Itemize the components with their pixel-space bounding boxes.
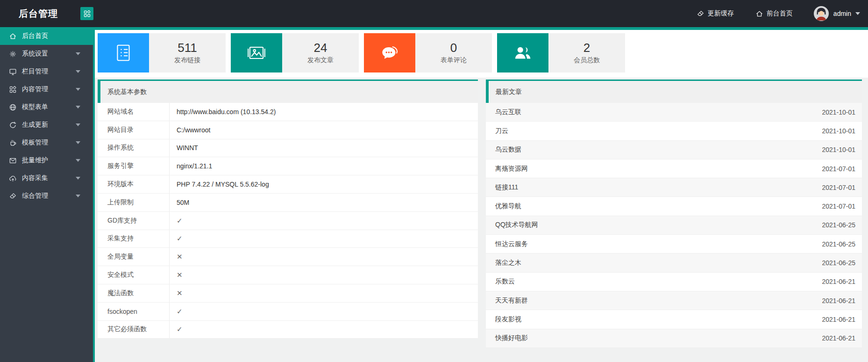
mail-icon (9, 157, 17, 165)
list-item[interactable]: 乐数云 2021-06-21 (486, 273, 862, 291)
stat-card-icon-box (364, 33, 415, 72)
system-params-panel: 系统基本参数 网站域名 http://www.baidu.com (10.13.… (98, 80, 478, 339)
list-item[interactable]: 落尘之木 2021-06-25 (486, 253, 862, 272)
eraser-icon (697, 10, 704, 18)
stat-label: 发布文章 (307, 56, 334, 65)
param-label: 上传限制 (98, 194, 170, 211)
article-date: 2021-06-21 (822, 278, 855, 285)
sidebar-item[interactable]: 综合管理 (0, 187, 93, 205)
sidebar-item[interactable]: 模型表单 (0, 98, 93, 116)
list-item[interactable]: 恒达云服务 2021-06-25 (486, 235, 862, 253)
article-title: 恒达云服务 (495, 240, 528, 248)
topbar-right: 更新缓存 前台首页 admin (675, 6, 868, 22)
list-item[interactable]: 乌云互联 2021-10-01 (486, 103, 862, 122)
param-value: ✕ (170, 289, 183, 297)
sidebar-item[interactable]: 栏目管理 (0, 63, 93, 80)
list-item[interactable]: 链接111 2021-07-01 (486, 178, 862, 197)
article-list: 乌云互联 2021-10-01 刀云 2021-10-01 乌云数据 2021-… (486, 103, 862, 348)
list-item[interactable]: 段友影视 2021-06-21 (486, 310, 862, 329)
sidebar-item[interactable]: 后台首页 (0, 27, 93, 45)
latest-articles-panel: 最新文章 乌云互联 2021-10-01 刀云 2021-10-01 乌云数据 … (486, 80, 862, 348)
article-date: 2021-06-21 (822, 297, 855, 304)
stat-card-icon-box (98, 33, 149, 72)
list-item[interactable]: 刀云 2021-10-01 (486, 122, 862, 140)
sidebar-item[interactable]: 内容采集 (0, 169, 93, 187)
param-value: WINNT (170, 144, 198, 152)
topbar-action-label: 更新缓存 (708, 9, 734, 18)
table-row: GD库支持 ✓ (98, 212, 478, 230)
article-date: 2021-06-21 (822, 334, 855, 342)
sidebar-item-label: 模板管理 (22, 138, 48, 147)
article-date: 2021-10-01 (822, 109, 855, 116)
sidebar-item-label: 综合管理 (22, 192, 48, 200)
stat-label: 会员总数 (574, 56, 600, 65)
article-title: 乌云互联 (495, 108, 521, 116)
sidebar-item-label: 系统设置 (22, 50, 48, 58)
users-icon (512, 42, 534, 64)
sidebar-item-label: 模型表单 (22, 103, 48, 111)
table-row: 全局变量 ✕ (98, 248, 478, 266)
system-params-table: 网站域名 http://www.baidu.com (10.13.54.2) 网… (98, 103, 478, 339)
stat-value: 2 (583, 41, 590, 55)
article-date: 2021-06-25 (822, 221, 855, 229)
article-title: 链接111 (495, 183, 518, 192)
caret-down-icon (76, 70, 80, 73)
list-item[interactable]: 优雅导航 2021-07-01 (486, 197, 862, 216)
sidebar-item[interactable]: 生成更新 (0, 116, 93, 134)
param-value: ✓ (170, 307, 183, 316)
param-value: http://www.baidu.com (10.13.54.2) (170, 108, 276, 116)
param-value: ✕ (170, 253, 183, 261)
param-value: nginx/1.21.1 (170, 162, 212, 170)
monitor-icon (9, 68, 17, 76)
list-item[interactable]: 快播好电影 2021-06-21 (486, 329, 862, 348)
sidebar-item[interactable]: 模板管理 (0, 134, 93, 152)
sidebar-item-label: 批量维护 (22, 156, 48, 165)
caret-down-icon (76, 123, 80, 126)
app-grid-button[interactable] (80, 7, 93, 20)
article-title: 段友影视 (495, 315, 521, 324)
article-title: 乐数云 (495, 277, 515, 286)
refresh-icon (9, 121, 17, 129)
system-params-title: 系统基本参数 (98, 81, 478, 103)
username: admin (833, 10, 851, 17)
globe-icon (9, 103, 17, 111)
stat-card[interactable]: 0 表单评论 (364, 33, 492, 72)
param-label: 全局变量 (98, 248, 170, 266)
table-row: 网站目录 C:/wwwroot (98, 121, 478, 139)
table-row: 采集支持 ✓ (98, 230, 478, 248)
param-label: fsockopen (98, 303, 170, 320)
list-item[interactable]: QQ技术导航网 2021-06-25 (486, 216, 862, 235)
table-row: 网站域名 http://www.baidu.com (10.13.54.2) (98, 103, 478, 121)
stat-card[interactable]: 24 发布文章 (231, 33, 359, 72)
sidebar-item-label: 栏目管理 (22, 67, 48, 76)
stat-value: 0 (450, 41, 457, 55)
article-title: 快播好电影 (495, 334, 528, 342)
stat-card-icon-box (231, 33, 282, 72)
comment-icon (379, 42, 400, 64)
eraser-icon (9, 192, 17, 200)
list-item[interactable]: 乌云数据 2021-10-01 (486, 141, 862, 159)
table-row: 服务引擎 nginx/1.21.1 (98, 157, 478, 175)
article-date: 2021-06-21 (822, 316, 855, 323)
param-value: C:/wwwroot (170, 126, 210, 134)
list-item[interactable]: 天天有新群 2021-06-21 (486, 291, 862, 310)
sidebar-item[interactable]: 内容管理 (0, 80, 93, 98)
topbar-action[interactable]: 前台首页 (755, 9, 793, 18)
latest-articles-title: 最新文章 (486, 81, 862, 103)
sidebar-item[interactable]: 系统设置 (0, 45, 93, 63)
stat-card[interactable]: 2 会员总数 (497, 33, 625, 72)
topbar-action[interactable]: 更新缓存 (697, 9, 734, 18)
page-title: 后台管理 (19, 7, 58, 20)
sidebar-item-label: 内容管理 (22, 85, 48, 94)
article-date: 2021-07-01 (822, 203, 855, 210)
sidebar-item[interactable]: 批量维护 (0, 152, 93, 169)
param-label: 环境版本 (98, 175, 170, 193)
user-menu[interactable]: admin (813, 6, 860, 22)
caret-down-icon (76, 88, 80, 91)
list-item[interactable]: 离殇资源网 2021-07-01 (486, 159, 862, 178)
cloud-upload-icon (9, 174, 17, 182)
param-value: ✓ (170, 217, 183, 225)
param-value: ✓ (170, 325, 183, 333)
article-title: 乌云数据 (495, 145, 521, 154)
stat-card[interactable]: 511 发布链接 (98, 33, 226, 72)
